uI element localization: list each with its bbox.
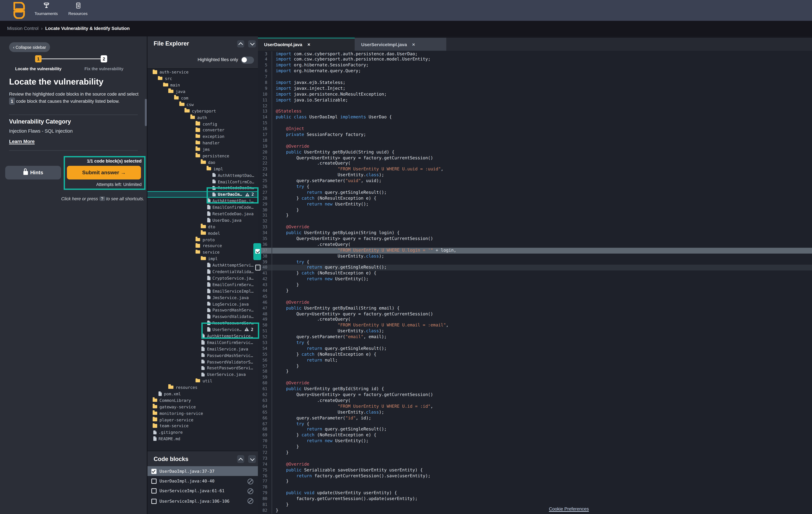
checkbox-unchecked-icon[interactable]	[151, 498, 156, 504]
tree-item-authattemptservice[interactable]: AuthAttemptService…	[147, 332, 258, 339]
tree-item-jms[interactable]: jms	[147, 146, 258, 153]
sidebar-scrollbar[interactable]	[145, 99, 147, 126]
code-line-77: 77 }	[258, 479, 812, 485]
tree-item-passwordhashserv[interactable]: PasswordHashServ…	[147, 307, 258, 314]
tree-item-resource[interactable]: resource	[147, 243, 258, 249]
tree-item-resetcodedao.java[interactable]: ResetCodeDao.java	[147, 210, 258, 217]
line-content: @Override	[272, 381, 309, 386]
tree-item-persistence[interactable]: persistence	[147, 153, 258, 159]
tree-item-readme.md[interactable]: README.md	[147, 435, 258, 442]
line-content: UserEntity.class);	[272, 409, 384, 415]
tree-item-main[interactable]: main	[147, 82, 258, 88]
tree-item-emailservice.java[interactable]: EmailService.java	[147, 346, 258, 352]
tree-item-service[interactable]: service	[147, 249, 258, 255]
tree-item-passwordvalidato[interactable]: PasswordValidato…	[147, 313, 258, 320]
tree-item-proto[interactable]: proto	[147, 236, 258, 243]
code-blocks-prev-button[interactable]	[237, 455, 244, 463]
tree-item-converter[interactable]: converter	[147, 127, 258, 133]
tree-item-auth-service[interactable]: auth-service	[147, 69, 258, 75]
line-37-checkbox[interactable]	[255, 249, 260, 253]
checkbox-unchecked-icon[interactable]	[151, 489, 156, 494]
tab-userdaoimpl[interactable]: UserDaoImpl.java ×	[258, 38, 355, 51]
code-block-item[interactable]: UserServiceImpl.java:106-106	[147, 496, 258, 506]
shortcuts-hint[interactable]: Click here or press ? to see all shortcu…	[0, 196, 144, 201]
tree-item-label: com	[181, 96, 188, 100]
tree-item-jmsservice.java[interactable]: JmsService.java	[147, 294, 258, 301]
tree-item-logservice.java[interactable]: LogService.java	[147, 300, 258, 307]
submit-answer-button[interactable]: Submit answer →	[67, 166, 141, 180]
tree-item-handler[interactable]: handler	[147, 140, 258, 146]
tree-item-src[interactable]: src	[147, 75, 258, 82]
tree-item-player-service[interactable]: player-service	[147, 416, 258, 423]
tree-item-monitoring-service[interactable]: monitoring-service	[147, 410, 258, 416]
tree-item-resetpasswordservi[interactable]: ResetPasswordServi…	[147, 365, 258, 371]
line-40-checkbox[interactable]	[255, 265, 260, 270]
brand-logo-icon[interactable]	[11, 2, 25, 19]
tree-item-cybersport[interactable]: cybersport	[147, 107, 258, 114]
tree-item-commonlibrary[interactable]: CommonLibrary	[147, 397, 258, 403]
code-block-item[interactable]: UserDaoImpl.java:37-37	[147, 466, 258, 476]
tree-item-gateway-service[interactable]: gateway-service	[147, 403, 258, 410]
tree-item-java[interactable]: java	[147, 88, 258, 95]
checkbox-checked-icon[interactable]	[151, 469, 156, 474]
tree-item-config[interactable]: config	[147, 120, 258, 127]
highlighted-files-toggle[interactable]	[241, 56, 254, 63]
tree-item-impl[interactable]: impl	[147, 255, 258, 262]
close-tab-icon[interactable]: ×	[308, 42, 310, 48]
tree-item-emailconfirmco[interactable]: EmailConfirmCo…	[147, 178, 258, 185]
tree-item-emailconfirmcode[interactable]: EmailConfirmCode…	[147, 204, 258, 211]
tab-userserviceimpl[interactable]: UserServiceImpl.java ×	[355, 38, 446, 51]
tree-item-credentialvalida[interactable]: CredentialValida…	[147, 268, 258, 275]
collapse-sidebar-button[interactable]: ‹ Collapse sidebar	[9, 42, 50, 52]
tree-item-passwordvalidators[interactable]: PasswordValidatorS…	[147, 358, 258, 365]
tree-item-emailconfirmserv[interactable]: EmailConfirmServ…	[147, 281, 258, 288]
hints-button[interactable]: Hints	[5, 166, 61, 180]
code-block-item[interactable]: UserServiceImpl.java:61-61	[147, 486, 258, 496]
tree-item-auth[interactable]: auth	[147, 114, 258, 120]
tree-item-.gitignore[interactable]: .gitignore	[147, 429, 258, 436]
tree-item-authattemptdao[interactable]: AuthAttemptDao…	[147, 172, 258, 178]
tree-item-authattemptdao.j[interactable]: AuthAttemptDao.j…	[147, 197, 258, 204]
tree-item-emailconfirmservic[interactable]: EmailConfirmServic…	[147, 339, 258, 346]
tree-item-userdao.java[interactable]: UserDao.java	[147, 217, 258, 223]
tree-item-passwordhashservic[interactable]: PasswordHashServic…	[147, 352, 258, 358]
code-line-55: 55 } catch (NoResultException e) {	[258, 352, 812, 357]
line-content: try {	[272, 184, 309, 190]
code-line-61: 61 public UserEntity getById(String id) …	[258, 386, 812, 392]
cookie-preferences-link[interactable]: Cookie Preferences	[549, 507, 589, 511]
tree-item-pom.xml[interactable]: pom.xml	[147, 390, 258, 397]
line-number: 8	[258, 80, 269, 86]
code-line-58: 58 }	[258, 369, 812, 375]
tree-item-resetcodedaoim[interactable]: ResetCodeDaoIm…	[147, 185, 258, 191]
tree-item-authattemptservi[interactable]: AuthAttemptServi…	[147, 262, 258, 268]
explorer-prev-button[interactable]	[237, 40, 244, 48]
gutter-divider	[269, 404, 272, 409]
code-blocks-next-button[interactable]	[248, 455, 256, 463]
tree-item-model[interactable]: model	[147, 230, 258, 236]
tree-item-team-service[interactable]: team-service	[147, 423, 258, 429]
tree-item-util[interactable]: util	[147, 378, 258, 384]
nav-tournaments[interactable]: Tournaments	[26, 2, 66, 19]
line-37-checkbox-container[interactable]	[254, 243, 261, 260]
tree-item-csw[interactable]: csw	[147, 101, 258, 108]
tree-item-resources[interactable]: resources	[147, 384, 258, 390]
nav-resources[interactable]: Resources	[62, 2, 94, 19]
tree-item-userdaoim[interactable]: UserDaoIm…2	[147, 191, 258, 198]
tree-item-userservice.java[interactable]: UserService.java	[147, 371, 258, 378]
gutter-divider	[269, 190, 272, 196]
tree-item-dao[interactable]: dao	[147, 159, 258, 165]
tree-item-exception[interactable]: exception	[147, 133, 258, 140]
tree-item-cryptoservice.ja[interactable]: CryptoService.ja…	[147, 275, 258, 281]
tree-item-impl[interactable]: impl	[147, 165, 258, 172]
tree-item-dto[interactable]: dto	[147, 223, 258, 230]
tree-item-userservice[interactable]: UserService…2	[147, 326, 258, 333]
learn-more-link[interactable]: Learn More	[9, 138, 35, 144]
tree-item-com[interactable]: com	[147, 94, 258, 101]
explorer-next-button[interactable]	[248, 40, 256, 48]
tree-item-resetpasswordser[interactable]: ResetPasswordSer…	[147, 320, 258, 326]
tree-item-emailserviceimpl[interactable]: EmailServiceImpl…	[147, 288, 258, 294]
code-block-item[interactable]: UserDaoImpl.java:40-40	[147, 476, 258, 486]
checkbox-unchecked-icon[interactable]	[151, 479, 156, 484]
breadcrumb-root[interactable]: Mission Control	[7, 26, 38, 31]
close-tab-icon[interactable]: ×	[412, 41, 415, 47]
